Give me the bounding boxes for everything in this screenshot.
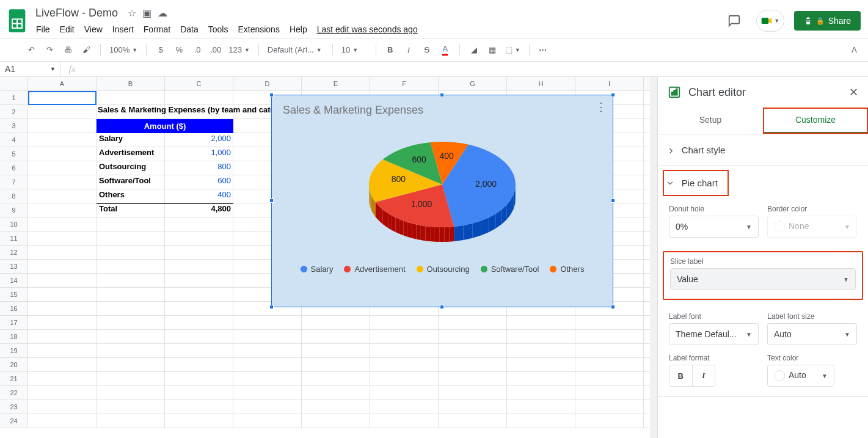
strikethrough-icon[interactable]: S: [419, 42, 435, 58]
col-header[interactable]: A: [28, 77, 97, 90]
collapse-toolbar-icon[interactable]: ᐱ: [846, 42, 862, 58]
label-format-buttons[interactable]: B I: [669, 365, 715, 387]
section-chart-style[interactable]: › Chart style: [658, 134, 868, 166]
resize-handle[interactable]: [269, 199, 274, 203]
resize-handle[interactable]: [611, 93, 615, 97]
row-header[interactable]: 20: [0, 358, 28, 371]
close-icon[interactable]: ✕: [849, 86, 858, 99]
row-header[interactable]: 12: [0, 246, 28, 259]
resize-handle[interactable]: [269, 305, 274, 309]
percent-icon[interactable]: %: [171, 42, 187, 58]
menu-format[interactable]: Format: [139, 22, 175, 37]
sheets-logo[interactable]: [5, 9, 29, 33]
row-header[interactable]: 16: [0, 302, 28, 315]
row-header[interactable]: 13: [0, 260, 28, 273]
col-header[interactable]: C: [165, 77, 233, 90]
fill-color-icon[interactable]: ◢: [466, 42, 482, 58]
resize-handle[interactable]: [440, 93, 444, 97]
donut-hole-select[interactable]: 0%▼: [669, 216, 759, 238]
menu-help[interactable]: Help: [285, 22, 312, 37]
spreadsheet-grid[interactable]: A B C D E F G H I 1234567891011121314151…: [0, 77, 657, 438]
resize-handle[interactable]: [611, 199, 615, 203]
font-dropdown[interactable]: Default (Ari...▼: [265, 45, 326, 54]
label-font-select[interactable]: Theme Defaul...▼: [669, 323, 759, 345]
col-header[interactable]: D: [233, 77, 302, 90]
row-header[interactable]: 5: [0, 147, 28, 161]
move-icon[interactable]: ▣: [142, 7, 151, 19]
borders-icon[interactable]: ▦: [484, 42, 500, 58]
menu-edit[interactable]: Edit: [56, 22, 79, 37]
cloud-icon[interactable]: ☁: [158, 7, 167, 19]
tab-setup[interactable]: Setup: [658, 108, 763, 134]
row-header[interactable]: 19: [0, 344, 28, 357]
col-header[interactable]: F: [370, 77, 439, 90]
zoom-dropdown[interactable]: 100%▼: [107, 45, 140, 54]
italic-button[interactable]: I: [693, 365, 715, 386]
col-header[interactable]: B: [97, 77, 165, 90]
row-header[interactable]: 9: [0, 203, 28, 217]
row-header[interactable]: 14: [0, 274, 28, 287]
row-header[interactable]: 11: [0, 232, 28, 245]
menu-extensions[interactable]: Extensions: [233, 22, 283, 37]
row-header[interactable]: 6: [0, 161, 28, 175]
row-header[interactable]: 23: [0, 400, 28, 414]
select-all-corner[interactable]: [0, 77, 28, 90]
row-header[interactable]: 2: [0, 105, 28, 119]
text-color-icon[interactable]: A: [437, 42, 453, 58]
col-header[interactable]: H: [507, 77, 575, 90]
font-size-dropdown[interactable]: 10▼: [339, 45, 370, 54]
currency-icon[interactable]: $: [153, 42, 169, 58]
menu-tools[interactable]: Tools: [204, 22, 233, 37]
col-header[interactable]: E: [302, 77, 370, 90]
more-formats-dropdown[interactable]: 123▼: [226, 45, 252, 54]
resize-handle[interactable]: [269, 93, 274, 97]
menu-file[interactable]: File: [32, 22, 54, 37]
bold-button[interactable]: B: [669, 365, 693, 386]
chart-object[interactable]: ⋮ Sales & Marketing Expenses 2,0001,0008…: [271, 95, 613, 307]
col-header[interactable]: G: [439, 77, 507, 90]
more-toolbar-icon[interactable]: ⋯: [536, 42, 552, 58]
merge-dropdown[interactable]: ⬚▼: [503, 45, 523, 54]
resize-handle[interactable]: [440, 305, 444, 309]
comments-icon[interactable]: [722, 9, 746, 33]
row-header[interactable]: 3: [0, 119, 28, 133]
row-header[interactable]: 7: [0, 175, 28, 189]
print-icon[interactable]: 🖶: [60, 42, 76, 58]
text-color-select[interactable]: Auto▼: [767, 365, 834, 387]
redo-icon[interactable]: ↷: [42, 42, 57, 58]
menu-view[interactable]: View: [80, 22, 107, 37]
last-edit-link[interactable]: Last edit was seconds ago: [313, 22, 422, 37]
name-box[interactable]: A1▼: [0, 62, 61, 76]
chart-menu-icon[interactable]: ⋮: [596, 100, 607, 114]
meet-button[interactable]: ▼: [756, 10, 784, 32]
doc-title[interactable]: LiveFlow - Demo: [32, 5, 122, 21]
row-header[interactable]: 24: [0, 414, 28, 428]
share-button[interactable]: 🔒 Share: [794, 11, 861, 31]
row-header[interactable]: 1: [0, 91, 28, 104]
section-pie-chart[interactable]: › Pie chart: [663, 170, 729, 196]
slice-label-select[interactable]: Value▼: [670, 268, 856, 290]
bold-icon[interactable]: B: [382, 42, 398, 58]
menu-data[interactable]: Data: [176, 22, 203, 37]
row-header[interactable]: 18: [0, 330, 28, 343]
col-header[interactable]: I: [575, 77, 644, 90]
label-size-select[interactable]: Auto▼: [767, 323, 857, 345]
menu-insert[interactable]: Insert: [108, 22, 138, 37]
decrease-decimal-icon[interactable]: .0: [189, 42, 205, 58]
resize-handle[interactable]: [611, 305, 615, 309]
paint-format-icon[interactable]: 🖌: [78, 42, 94, 58]
row-header[interactable]: 4: [0, 133, 28, 147]
tab-customize[interactable]: Customize: [763, 108, 868, 134]
row-header[interactable]: 10: [0, 217, 28, 231]
row-header[interactable]: 8: [0, 189, 28, 203]
scrollbar[interactable]: [650, 77, 657, 438]
italic-icon[interactable]: I: [401, 42, 417, 58]
row-header[interactable]: 17: [0, 316, 28, 329]
row-header[interactable]: 15: [0, 288, 28, 301]
row-header[interactable]: 21: [0, 372, 28, 385]
star-icon[interactable]: ☆: [128, 7, 136, 19]
row-header[interactable]: 22: [0, 386, 28, 400]
border-color-select[interactable]: None▼: [767, 216, 857, 238]
increase-decimal-icon[interactable]: .00: [208, 42, 224, 58]
undo-icon[interactable]: ↶: [23, 42, 39, 58]
